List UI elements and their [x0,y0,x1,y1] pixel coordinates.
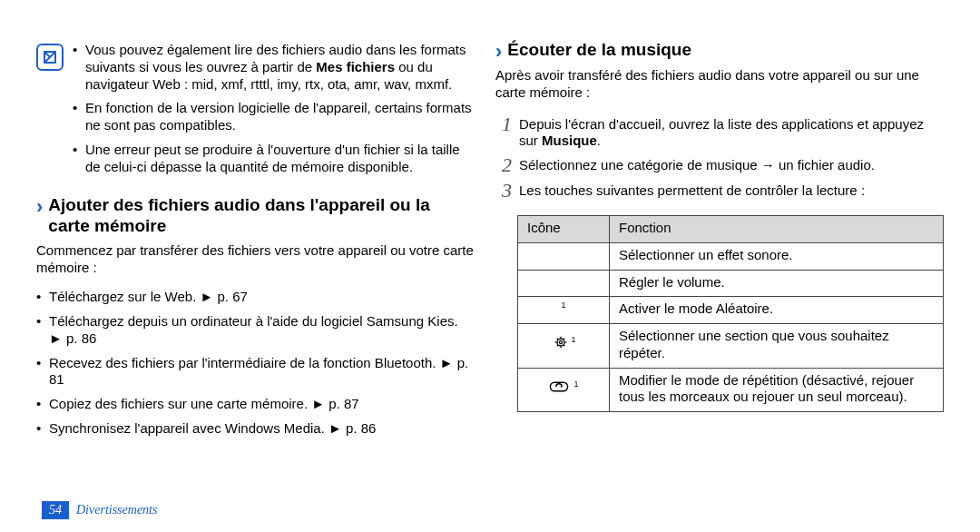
footnote-marker: 1 [571,336,575,345]
bullet-text: Synchronisez l'appareil avec Windows Med… [49,420,325,436]
svg-line-11 [557,345,559,347]
note-bold: Mes fichiers [316,59,395,74]
step-text: Depuis l'écran d'accueil, ouvrez la list… [519,114,944,151]
table-row: 1 Modifier le mode de répétition (désact… [518,368,944,412]
page-ref-arrow-icon: ► [440,355,454,370]
table-fn-cell: Activer le mode Aléatoire. [610,297,944,324]
step-number: 1 [495,114,512,134]
table-icon-cell: 1 [518,324,610,369]
svg-line-9 [564,345,565,347]
section-intro: Après avoir transféré des fichiers audio… [495,67,944,102]
repeat-icon [548,379,570,399]
table-fn-cell: Régler le volume. [610,270,944,297]
step-text: Les touches suivantes permettent de cont… [519,181,944,200]
step-number: 2 [495,155,512,175]
page-ref-arrow-icon: ► [328,420,342,436]
table-icon-cell [518,270,610,297]
footnote-marker: 1 [561,300,565,310]
bullet-text: Recevez des fichiers par l'intermédiaire… [49,355,436,370]
table-icon-cell: 1 [518,297,610,324]
section-heading-listen: › Écouter de la musique [495,40,944,62]
gear-icon [551,334,571,355]
page-ref: p. 67 [218,289,248,304]
footnote-marker: 1 [574,379,579,389]
svg-point-3 [560,341,563,344]
note-text: En fonction de la version logicielle de … [85,100,472,133]
section-intro: Commencez par transférer des fichiers ve… [36,242,474,277]
left-column: Vous pouvez également lire des fichiers … [36,40,474,514]
page-footer: 54 Divertissements [42,501,157,520]
table-header-row: Icône Fonction [518,216,944,243]
chevron-right-icon: › [36,197,43,217]
svg-line-10 [564,339,565,340]
table-row: 1 Sélectionner une section que vous souh… [518,324,944,369]
list-item: Téléchargez sur le Web. ► p. 67 [36,289,474,306]
playback-controls-table: Icône Fonction Sélectionner un effet son… [517,215,944,412]
note-block: Vous pouvez également lire des fichiers … [36,40,474,182]
step-item: 2 Sélectionnez une catégorie de musique … [495,155,944,175]
add-files-bullets: Téléchargez sur le Web. ► p. 67 Téléchar… [36,285,474,444]
note-bullet: Vous pouvez également lire des fichiers … [73,42,474,93]
page-number: 54 [42,501,69,520]
step-bold: Musique [542,133,597,148]
page-ref: p. 86 [346,420,376,436]
steps-list: 1 Depuis l'écran d'accueil, ouvrez la li… [495,111,944,207]
page-ref-arrow-icon: ► [311,396,325,411]
section-heading-add-files: › Ajouter des fichiers audio dans l'appa… [36,195,474,237]
table-row: Sélectionner un effet sonore. [518,242,944,270]
table-fn-cell: Modifier le mode de répétition (désactiv… [610,368,944,412]
list-item: Téléchargez depuis un ordinateur à l'aid… [36,313,474,348]
svg-line-8 [557,339,559,340]
note-bullet-list: Vous pouvez également lire des fichiers … [73,40,474,182]
page-ref-arrow-icon: ► [49,330,63,346]
table-header-icon: Icône [518,216,610,243]
page-ref: p. 87 [328,396,358,411]
step-text: Sélectionnez une catégorie de musique → … [519,155,944,174]
table-row: Régler le volume. [518,270,944,297]
bullet-text: Téléchargez depuis un ordinateur à l'aid… [49,313,458,329]
step-item: 3 Les touches suivantes permettent de co… [495,181,944,201]
bullet-text: Copiez des fichiers sur une carte mémoir… [49,396,308,411]
table-icon-cell [518,242,610,270]
table-row: 1 Activer le mode Aléatoire. [518,297,944,324]
step-post: . [597,133,601,148]
list-item: Copiez des fichiers sur une carte mémoir… [36,396,474,413]
section-title: Ajouter des fichiers audio dans l'appare… [48,195,474,237]
chevron-right-icon: › [495,42,502,62]
section-title: Écouter de la musique [507,40,691,61]
page-root: Vous pouvez également lire des fichiers … [0,0,980,532]
table-fn-cell: Sélectionner une section que vous souhai… [610,324,944,369]
footer-section-name: Divertissements [76,502,157,518]
bullet-text: Téléchargez sur le Web. [49,289,196,304]
note-bullet: En fonction de la version logicielle de … [73,100,474,134]
table-header-function: Fonction [610,216,944,243]
step-number: 3 [495,181,512,201]
right-column: › Écouter de la musique Après avoir tran… [495,40,944,514]
table-fn-cell: Sélectionner un effet sonore. [610,242,944,270]
note-bullet: Une erreur peut se produire à l'ouvertur… [73,142,474,176]
list-item: Recevez des fichiers par l'intermédiaire… [36,355,474,389]
note-icon [36,44,64,71]
page-ref: p. 86 [66,330,96,346]
step-item: 1 Depuis l'écran d'accueil, ouvrez la li… [495,114,944,151]
table-icon-cell: 1 [518,368,610,412]
note-text: Une erreur peut se produire à l'ouvertur… [85,142,460,174]
list-item: Synchronisez l'appareil avec Windows Med… [36,420,474,438]
page-ref-arrow-icon: ► [200,289,213,304]
